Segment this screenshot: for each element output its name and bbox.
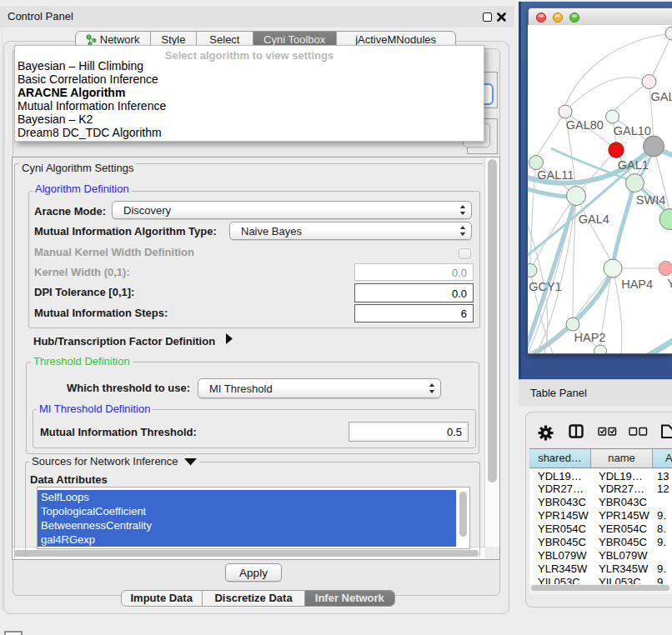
svg-text:Y: Y [667,277,672,290]
svg-text:GAL1: GAL1 [618,158,649,172]
svg-text:GCY1: GCY1 [529,280,562,293]
svg-text:SWI4: SWI4 [636,193,665,207]
svg-text:GAL4: GAL4 [579,212,609,226]
svg-text:HAP4: HAP4 [621,278,653,291]
svg-text:GAL: GAL [651,90,672,103]
svg-text:GAL11: GAL11 [537,168,574,182]
svg-text:HAP2: HAP2 [574,331,606,344]
svg-text:GAL10: GAL10 [614,124,651,138]
svg-text:GAL80: GAL80 [566,118,604,132]
